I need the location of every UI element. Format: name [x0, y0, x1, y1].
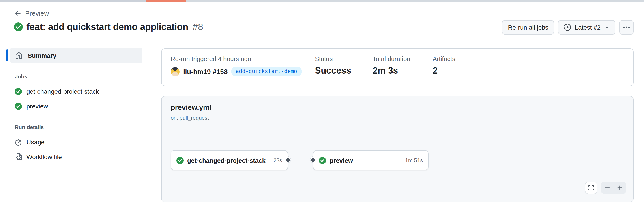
sidebar-divider [11, 118, 142, 118]
stat-label: Artifacts [432, 55, 455, 62]
file-code-icon [15, 153, 22, 160]
workflow-file-name: preview.yml [171, 104, 212, 112]
plus-icon [617, 185, 623, 191]
stat-artifacts: Artifacts 2 [432, 55, 455, 76]
workflow-trigger: on: pull_request [171, 115, 209, 121]
minus-icon [604, 185, 610, 191]
check-circle-icon [15, 88, 22, 95]
attempt-selector-label: Latest #2 [575, 24, 600, 31]
window-top-strip [0, 0, 644, 2]
graph-zoom-controls [601, 181, 626, 194]
sidebar-item-usage[interactable]: Usage [15, 138, 44, 146]
job-name: get-changed-project-stack [26, 88, 99, 95]
run-title-row: feat: add quickstart demo application #8 [14, 22, 203, 32]
header-actions: Re-run all jobs Latest #2 [502, 20, 634, 35]
node-duration: 1m 51s [402, 157, 423, 163]
actor-row: liu-hm19 #158 add-quickstart-demo [171, 67, 302, 76]
stat-label: Status [315, 55, 351, 62]
trigger-text: Re-run triggered 4 hours ago [171, 55, 251, 62]
breadcrumb-back-link[interactable]: Preview [14, 10, 49, 18]
screen-full-icon [588, 185, 594, 191]
check-circle-icon [15, 103, 22, 110]
strip-segment-right [186, 0, 644, 2]
page-title: feat: add quickstart demo application [26, 22, 188, 32]
run-number: #8 [192, 22, 203, 32]
check-circle-icon [14, 23, 23, 31]
sidebar-job-get-changed-project-stack[interactable]: get-changed-project-stack [15, 88, 99, 95]
stat-value: 2 [432, 65, 455, 76]
sidebar-divider [11, 69, 142, 69]
sidebar-summary-label: Summary [28, 52, 56, 59]
stat-label: Total duration [372, 55, 410, 62]
zoom-out-button[interactable] [601, 181, 614, 194]
strip-segment-orange [146, 0, 186, 2]
strip-segment-left [0, 0, 146, 2]
selected-item-indicator [6, 49, 8, 61]
actor-and-run-id: liu-hm19 #158 [183, 68, 228, 75]
check-circle-icon [319, 157, 326, 164]
kebab-horizontal-icon [623, 24, 630, 31]
usage-label: Usage [26, 138, 44, 146]
graph-node-preview[interactable]: preview 1m 51s [313, 150, 428, 170]
graph-node-get-changed-project-stack[interactable]: get-changed-project-stack 23s [171, 150, 288, 170]
sidebar-item-summary[interactable]: Summary [10, 48, 142, 63]
rerun-all-jobs-label: Re-run all jobs [508, 24, 548, 31]
workflow-file-label: Workflow file [26, 153, 62, 160]
zoom-in-button[interactable] [614, 181, 626, 194]
stat-value: 2m 3s [372, 65, 410, 76]
fullscreen-button[interactable] [585, 181, 598, 194]
run-summary-card: Re-run triggered 4 hours ago liu-hm19 #1… [161, 48, 634, 86]
arrow-left-icon [14, 10, 22, 17]
rerun-all-jobs-button[interactable]: Re-run all jobs [502, 20, 554, 35]
graph-edge-dot [286, 158, 290, 162]
avatar[interactable] [171, 67, 180, 76]
history-icon [564, 24, 571, 31]
stat-status: Status Success [315, 55, 351, 76]
more-options-button[interactable] [619, 20, 634, 35]
workflow-run-page: Preview feat: add quickstart demo applic… [0, 0, 644, 208]
stat-total-duration: Total duration 2m 3s [372, 55, 410, 76]
sidebar-job-preview[interactable]: preview [15, 103, 48, 110]
node-label: preview [330, 157, 353, 164]
jobs-section-header: Jobs [15, 74, 27, 80]
stopwatch-icon [15, 138, 22, 146]
chevron-down-icon [604, 25, 610, 30]
node-label: get-changed-project-stack [187, 157, 266, 164]
node-duration: 23s [271, 157, 282, 163]
workflow-graph-card: preview.yml on: pull_request get-changed… [161, 96, 634, 202]
stat-value: Success [315, 65, 351, 76]
branch-badge[interactable]: add-quickstart-demo [231, 67, 302, 76]
breadcrumb-label: Preview [25, 10, 49, 18]
sidebar-item-workflow-file[interactable]: Workflow file [15, 153, 62, 160]
attempt-selector-button[interactable]: Latest #2 [558, 20, 615, 35]
run-details-section-header: Run details [15, 124, 44, 130]
home-icon [15, 52, 22, 59]
check-circle-icon [176, 157, 184, 164]
graph-connector-line [288, 160, 313, 160]
job-name: preview [26, 103, 48, 110]
graph-edge-dot [311, 158, 315, 162]
